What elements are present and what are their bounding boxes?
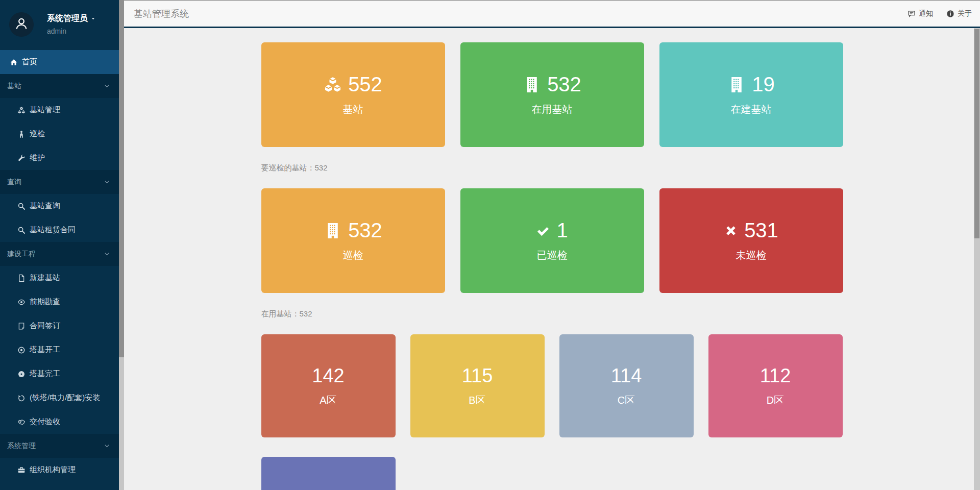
sidebar-item-label: (铁塔/电力/配套)安装 bbox=[30, 393, 100, 403]
sidebar-item[interactable]: 首页 bbox=[0, 50, 119, 74]
card-row bbox=[261, 457, 843, 490]
sidebar-section-label: 系统管理 bbox=[7, 442, 36, 451]
dashboard: 552基站532在用基站19在建基站要巡检的基站：532532巡检1已巡检531… bbox=[261, 42, 843, 490]
sidebar-item[interactable]: 基站租赁合同 bbox=[0, 218, 119, 242]
avatar[interactable] bbox=[9, 12, 34, 37]
cubes-icon bbox=[324, 76, 342, 94]
header-action[interactable]: 通知 bbox=[908, 9, 933, 18]
search-icon bbox=[17, 202, 26, 210]
chevron-down-icon bbox=[104, 179, 110, 185]
file-icon bbox=[17, 274, 26, 282]
card-label: C区 bbox=[618, 394, 635, 407]
caret-down-icon bbox=[91, 16, 95, 21]
user-name: 系统管理员 bbox=[47, 13, 88, 24]
card-label: 未巡检 bbox=[736, 249, 767, 262]
chevron-down-icon bbox=[104, 83, 110, 89]
sidebar-item-label: 塔基完工 bbox=[30, 369, 60, 379]
sidebar-item-label: 交付验收 bbox=[30, 417, 60, 427]
sidebar-section[interactable]: 基站 bbox=[0, 74, 119, 98]
card-label: 在建基站 bbox=[731, 103, 772, 116]
note-text: 要巡检的基站：532 bbox=[261, 163, 843, 173]
zone-card[interactable]: 112D区 bbox=[708, 334, 843, 437]
card-number: 532 bbox=[348, 219, 382, 242]
sidebar-item[interactable]: 巡检 bbox=[0, 122, 119, 146]
cubes-icon bbox=[17, 106, 26, 114]
sidebar-item-label: 前期勘查 bbox=[30, 297, 60, 307]
check-icon bbox=[536, 224, 550, 238]
eye-icon bbox=[17, 298, 26, 306]
building-icon bbox=[523, 76, 541, 94]
user-avatar-icon bbox=[13, 15, 30, 34]
notification-icon bbox=[908, 10, 916, 18]
main-area: 基站管理系统 通知关于 552基站532在用基站19在建基站要巡检的基站：532… bbox=[124, 0, 980, 490]
stat-card[interactable]: 19在建基站 bbox=[659, 42, 843, 147]
sidebar-item[interactable]: 塔基开工 bbox=[0, 338, 119, 362]
sidebar: 系统管理员 admin 首页基站基站管理巡检维护查询基站查询基站租赁合同建设工程… bbox=[0, 0, 119, 490]
card-number: 532 bbox=[547, 73, 581, 96]
page-title: 基站管理系统 bbox=[134, 8, 189, 20]
sidebar-item[interactable]: 塔基完工 bbox=[0, 362, 119, 386]
sidebar-item[interactable]: (铁塔/电力/配套)安装 bbox=[0, 386, 119, 410]
card-value: 114 bbox=[611, 365, 642, 387]
card-number: 115 bbox=[462, 365, 493, 387]
sidebar-item[interactable]: 合同签订 bbox=[0, 314, 119, 338]
sidebar-item[interactable]: 前期勘查 bbox=[0, 290, 119, 314]
zone-card[interactable]: 142A区 bbox=[261, 334, 396, 437]
sidebar-item-label: 组织机构管理 bbox=[30, 465, 76, 475]
sidebar-item-label: 基站租赁合同 bbox=[30, 225, 76, 235]
stat-card[interactable]: 532巡检 bbox=[261, 188, 445, 293]
card-value: 532 bbox=[324, 219, 382, 242]
content: 552基站532在用基站19在建基站要巡检的基站：532532巡检1已巡检531… bbox=[124, 28, 980, 490]
sidebar-scrollbar-thumb[interactable] bbox=[119, 0, 124, 357]
chevron-down-icon bbox=[104, 251, 110, 257]
card-number: 114 bbox=[611, 365, 642, 387]
card-number: 112 bbox=[760, 365, 791, 387]
dot-circle-icon bbox=[17, 346, 26, 354]
sidebar-item[interactable]: 维护 bbox=[0, 146, 119, 170]
sidebar-item[interactable]: 基站查询 bbox=[0, 194, 119, 218]
card-label: 基站 bbox=[343, 103, 363, 116]
card-value: 1 bbox=[536, 219, 568, 242]
sidebar-section[interactable]: 建设工程 bbox=[0, 242, 119, 266]
stat-card[interactable]: 531未巡检 bbox=[659, 188, 843, 293]
zone-card[interactable] bbox=[261, 457, 396, 490]
stat-card[interactable]: 552基站 bbox=[261, 42, 445, 147]
user-panel: 系统管理员 admin bbox=[0, 0, 119, 50]
sidebar-item[interactable]: 新建基站 bbox=[0, 266, 119, 290]
card-value: 552 bbox=[324, 73, 382, 96]
header-actions: 通知关于 bbox=[908, 9, 972, 18]
sidebar-section-label: 查询 bbox=[7, 178, 21, 187]
sidebar-item[interactable]: 交付验收 bbox=[0, 410, 119, 434]
sidebar-section-label: 基站 bbox=[7, 82, 21, 91]
card-number: 552 bbox=[348, 73, 382, 96]
stat-card[interactable]: 1已巡检 bbox=[460, 188, 644, 293]
header-action[interactable]: 关于 bbox=[946, 9, 972, 18]
content-scrollbar[interactable] bbox=[974, 28, 980, 490]
sidebar-item[interactable]: 基站管理 bbox=[0, 98, 119, 122]
person-icon bbox=[17, 130, 26, 138]
card-label: 巡检 bbox=[343, 249, 363, 262]
sidebar-scrollbar[interactable] bbox=[119, 0, 124, 490]
handshake-icon bbox=[17, 418, 26, 426]
card-value: 142 bbox=[312, 365, 344, 387]
sidebar-section[interactable]: 系统管理 bbox=[0, 434, 119, 458]
zone-card[interactable]: 115B区 bbox=[410, 334, 545, 437]
user-menu[interactable]: 系统管理员 bbox=[47, 13, 95, 24]
building-icon bbox=[324, 222, 342, 240]
home-icon bbox=[10, 58, 18, 66]
card-label: A区 bbox=[320, 394, 336, 407]
sidebar-item-label: 合同签订 bbox=[30, 321, 60, 331]
sidebar-section[interactable]: 查询 bbox=[0, 170, 119, 194]
card-value: 19 bbox=[727, 73, 775, 96]
sidebar-item-label: 首页 bbox=[22, 57, 37, 67]
sidebar-item[interactable]: 组织机构管理 bbox=[0, 458, 119, 482]
times-icon bbox=[724, 224, 738, 238]
zone-card[interactable]: 114C区 bbox=[559, 334, 694, 437]
card-number: 142 bbox=[312, 365, 344, 387]
sidebar-item-label: 维护 bbox=[30, 153, 45, 163]
sidebar-section-label: 建设工程 bbox=[7, 250, 36, 259]
content-scrollbar-thumb[interactable] bbox=[974, 29, 979, 238]
stat-card[interactable]: 532在用基站 bbox=[460, 42, 644, 147]
sidebar-item-label: 巡检 bbox=[30, 129, 45, 139]
note-text: 在用基站：532 bbox=[261, 309, 843, 319]
